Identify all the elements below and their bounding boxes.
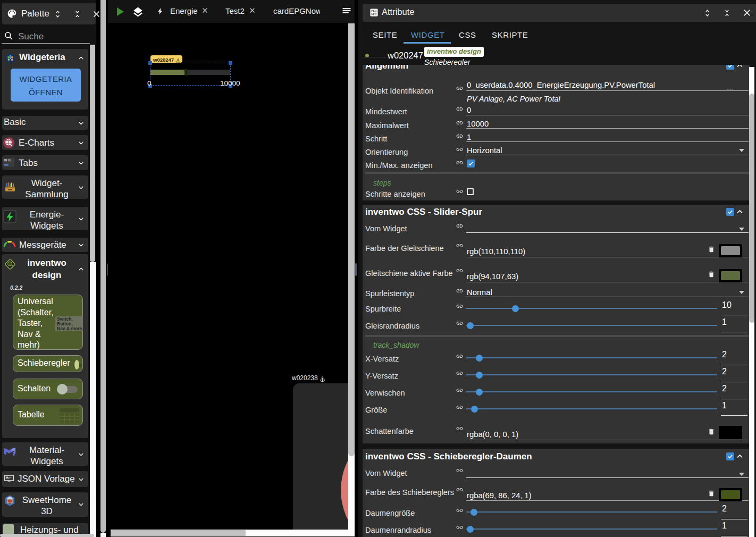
svg-text:2: 2 <box>12 265 13 268</box>
